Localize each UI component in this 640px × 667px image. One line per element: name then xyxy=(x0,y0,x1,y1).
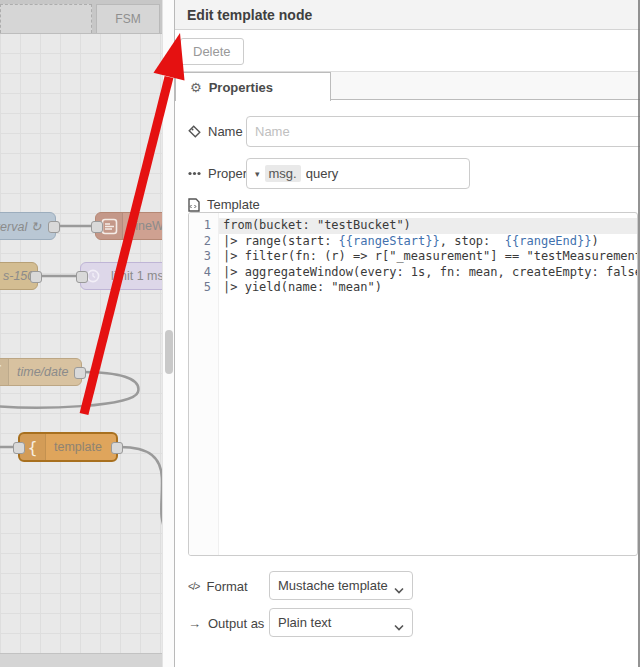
node-limit[interactable]: limit 1 ms xyxy=(80,262,162,290)
output-field-label: → Output as xyxy=(188,616,264,631)
output-select[interactable]: Plain text xyxy=(269,608,413,637)
format-select-value: Mustache template xyxy=(278,578,388,593)
input-port[interactable] xyxy=(91,221,103,233)
output-port[interactable] xyxy=(48,221,60,233)
node-sinewave[interactable]: sineW xyxy=(95,212,162,240)
node-label: interval ↻ xyxy=(0,219,41,234)
property-value: query xyxy=(306,166,339,181)
caret-down-icon: ▾ xyxy=(255,169,260,179)
name-input[interactable] xyxy=(246,116,640,147)
msg-prefix: msg. xyxy=(265,165,301,182)
node-label: sineW xyxy=(129,219,162,233)
output-port[interactable] xyxy=(74,367,86,379)
dialog-header: Edit template node xyxy=(175,0,640,30)
input-port[interactable] xyxy=(76,271,88,283)
arrow-right-icon: → xyxy=(188,616,201,631)
format-select[interactable]: Mustache template xyxy=(269,571,413,600)
scrollbar-thumb[interactable] xyxy=(165,330,173,374)
canvas-scrollbar-horizontal[interactable] xyxy=(0,653,162,667)
name-field-label: Name xyxy=(188,124,243,139)
flow-canvas[interactable]: FSM interval ↻ sineW s-150 xyxy=(0,0,162,667)
function-icon: f xyxy=(0,359,9,385)
gear-icon: ⚙ xyxy=(190,80,202,95)
property-typed-input[interactable]: ▾ msg. query xyxy=(246,158,470,189)
node-interval[interactable]: interval ↻ xyxy=(0,212,56,240)
node-time-date[interactable]: f time/date xyxy=(0,358,82,386)
chevron-down-icon xyxy=(394,619,404,634)
template-field-label: Template xyxy=(188,197,260,212)
dialog-title: Edit template node xyxy=(187,7,312,23)
tag-icon xyxy=(188,125,201,138)
format-field-label: </> Format xyxy=(188,579,248,594)
dialog-button-row: Delete xyxy=(175,30,640,71)
output-port[interactable] xyxy=(111,442,123,454)
canvas-scrollbar-vertical[interactable] xyxy=(162,0,174,667)
code-lines[interactable]: from(bucket: "testBucket")|> range(start… xyxy=(219,213,637,555)
output-select-value: Plain text xyxy=(278,615,331,630)
input-port[interactable] xyxy=(13,442,25,454)
tab-properties[interactable]: ⚙ Properties xyxy=(175,72,331,101)
output-port[interactable] xyxy=(30,271,42,283)
node-label: time/date xyxy=(17,365,68,379)
node-label: template xyxy=(54,440,102,454)
node-s-150[interactable]: s-150 xyxy=(0,262,38,290)
flow-wires xyxy=(0,0,162,667)
chevron-down-icon xyxy=(394,582,404,597)
ellipsis-icon xyxy=(188,171,201,176)
node-label: limit 1 ms xyxy=(111,269,162,283)
delete-button[interactable]: Delete xyxy=(180,38,244,65)
code-icon: </> xyxy=(188,581,199,592)
template-code-editor[interactable]: 12345 from(bucket: "testBucket")|> range… xyxy=(188,212,638,556)
tab-properties-label: Properties xyxy=(209,80,273,95)
file-code-icon xyxy=(188,198,200,212)
node-template-selected[interactable]: { template xyxy=(18,432,118,462)
node-red-window: FSM interval ↻ sineW s-150 xyxy=(0,0,640,667)
edit-template-dialog: Edit template node Delete ⚙ Properties N… xyxy=(174,0,640,667)
dialog-tabbar: ⚙ Properties xyxy=(175,71,640,100)
code-gutter: 12345 xyxy=(189,213,219,555)
